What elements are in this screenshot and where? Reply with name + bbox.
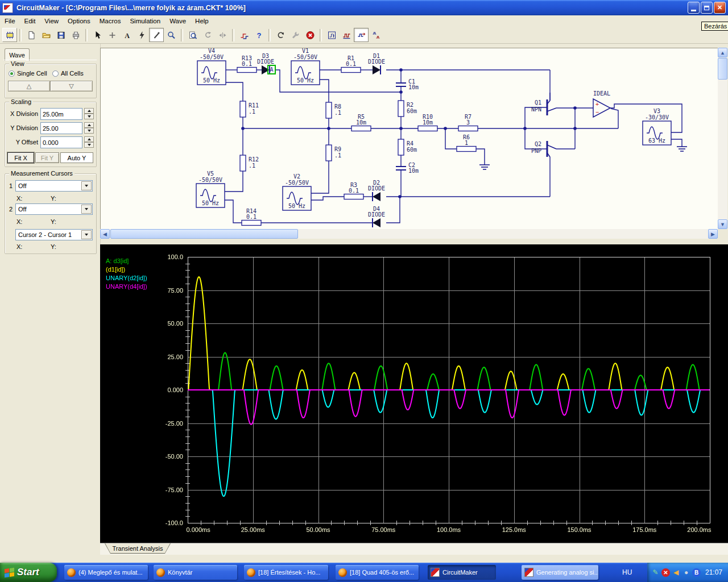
component-C2[interactable]: C210m — [396, 162, 419, 174]
x-division-spin-down[interactable] — [84, 114, 94, 119]
cursor-difference-dropdown-icon[interactable] — [81, 230, 92, 239]
stop-simulation-button[interactable] — [303, 28, 317, 42]
menu-macros[interactable]: Macros — [95, 16, 126, 26]
text-tool-button[interactable]: A — [119, 28, 134, 42]
task-button-1[interactable]: (4) Meglepő és mulat... — [64, 565, 148, 580]
component-R1[interactable]: R10.1 — [341, 55, 361, 73]
y-offset-input[interactable] — [40, 136, 82, 148]
horizontal-scroll-thumb[interactable] — [110, 229, 298, 239]
new-file-button[interactable] — [24, 28, 39, 42]
x-division-spin-up[interactable] — [84, 108, 94, 114]
component-V3[interactable]: V3-30/30V63 Hz — [643, 108, 671, 145]
minimize-button[interactable] — [688, 2, 700, 14]
component-V2[interactable]: V2-50/50V50 Hz — [283, 173, 311, 210]
cursor2-dropdown-icon[interactable] — [81, 205, 92, 214]
cursor2-select[interactable]: Off — [15, 203, 93, 215]
component-C1[interactable]: C110m — [396, 78, 419, 90]
x-division-input[interactable] — [40, 108, 82, 120]
component-R5[interactable]: R510m — [351, 114, 371, 131]
schematic-horizontal-scrollbar[interactable]: ◀ ▶ — [100, 229, 718, 239]
menu-edit[interactable]: Edit — [20, 16, 40, 26]
fit-y-button[interactable]: Fit Y — [35, 152, 59, 163]
cursor1-select[interactable]: Off — [15, 180, 93, 192]
scroll-up-icon[interactable]: ▲ — [718, 48, 727, 57]
shield-tray-icon[interactable]: ✕ — [661, 568, 670, 577]
task-button-5[interactable]: CircuitMaker — [428, 565, 496, 580]
probe-tool-button[interactable] — [149, 28, 164, 42]
legend-item[interactable]: UNARY(d4[id]) — [106, 282, 147, 291]
component-R14[interactable]: R140.1 — [242, 208, 261, 226]
menu-help[interactable]: Help — [191, 16, 213, 26]
component-R4[interactable]: R460m — [398, 139, 417, 155]
legend-item[interactable]: (d1[id]) — [106, 265, 147, 274]
x-division-spinner[interactable] — [84, 108, 94, 120]
component-D2[interactable]: D2DIODE — [368, 180, 385, 201]
scroll-right-icon[interactable]: ▶ — [708, 229, 718, 239]
component-V5[interactable]: V5-50/50V50 Hz — [196, 171, 225, 207]
fit-x-button[interactable]: Fit X — [7, 152, 34, 163]
close-button[interactable]: ✕ — [714, 2, 726, 14]
radio-all-cells-dot[interactable] — [52, 70, 59, 77]
waveform-compare-button[interactable] — [369, 28, 383, 42]
menu-file[interactable]: File — [0, 16, 20, 26]
auto-y-button[interactable]: Auto Y — [60, 152, 93, 163]
reset-simulation-button[interactable] — [273, 28, 288, 42]
scroll-left-icon[interactable]: ◀ — [100, 229, 110, 239]
y-offset-spin-up[interactable] — [84, 136, 94, 142]
volume-tray-icon[interactable]: ◀ — [672, 568, 680, 577]
y-division-spin-down[interactable] — [84, 128, 94, 134]
task-button-4[interactable]: [18] Quad 405-ös erő... — [336, 565, 419, 580]
schematic-canvas[interactable]: V4-50/50V50 HzV1-50/50V50 HzV5-50/50V50 … — [101, 48, 717, 228]
save-button[interactable] — [53, 28, 68, 42]
component-R6[interactable]: R61 — [457, 134, 476, 152]
cursor1-dropdown-icon[interactable] — [81, 181, 92, 190]
component-R3[interactable]: R30.1 — [344, 182, 363, 199]
zoom-button[interactable] — [164, 28, 179, 42]
component-R10[interactable]: R1010m — [418, 114, 437, 131]
run-analyses-button[interactable] — [354, 28, 369, 42]
sound-gray-tray-icon[interactable]: ● — [682, 568, 690, 577]
place-part-button[interactable] — [105, 28, 119, 42]
component-R7[interactable]: R73 — [458, 114, 478, 131]
component-D1[interactable]: D1DIODE — [368, 53, 385, 74]
components-button[interactable] — [2, 28, 17, 42]
pencil-tray-icon[interactable]: ✎ — [651, 568, 660, 577]
component-R8[interactable]: R8.1 — [326, 102, 341, 118]
task-button-2[interactable]: Könyvtár — [154, 565, 237, 580]
menu-simulation[interactable]: Simulation — [125, 16, 165, 26]
y-offset-spin-down[interactable] — [84, 142, 94, 148]
waveform-canvas[interactable] — [100, 244, 728, 543]
digital-display-button[interactable] — [339, 28, 354, 42]
cursor-difference-select[interactable]: Cursor 2 - Cursor 1 — [15, 229, 93, 240]
vertical-scroll-thumb[interactable] — [718, 58, 727, 80]
component-D4[interactable]: D4DIODE — [368, 206, 385, 227]
zoom-window-button[interactable] — [185, 28, 200, 42]
radio-single-cell[interactable]: Single Cell — [9, 70, 47, 77]
bluetooth-tray-icon[interactable]: B — [692, 568, 701, 577]
radio-all-cells[interactable]: All Cells — [52, 70, 84, 77]
setup-wrench-button[interactable] — [288, 28, 303, 42]
schematic-vertical-scrollbar[interactable]: ▲ ▼ — [718, 48, 727, 229]
y-division-spin-up[interactable] — [84, 122, 94, 128]
language-indicator[interactable]: HU — [622, 563, 632, 582]
open-file-button[interactable] — [39, 28, 53, 42]
print-button[interactable] — [68, 28, 83, 42]
flip-button[interactable] — [215, 28, 230, 42]
component-OP1[interactable]: +−IDEAL — [593, 90, 610, 117]
component-R11[interactable]: R11.1 — [240, 101, 259, 117]
component-Q1[interactable]: Q1NPN — [531, 93, 556, 115]
component-R12[interactable]: R12.1 — [240, 155, 259, 171]
radio-single-cell-dot[interactable] — [9, 70, 15, 77]
scope-probe-button[interactable] — [324, 28, 339, 42]
component-R9[interactable]: R9.1 — [326, 145, 341, 161]
component-R13[interactable]: R130.1 — [237, 55, 257, 73]
tab-transient-analysis[interactable]: Transient Analysis — [105, 543, 171, 554]
menu-view[interactable]: View — [40, 16, 63, 26]
component-R2[interactable]: R260m — [398, 101, 417, 117]
component-V1[interactable]: V1-50/50V50 Hz — [291, 48, 320, 85]
scroll-down-icon[interactable]: ▼ — [718, 219, 727, 229]
power-button[interactable] — [134, 28, 149, 42]
task-button-3[interactable]: [18] Értesítések - Ho... — [244, 565, 328, 580]
task-button-6[interactable]: Generating analog si... — [522, 565, 598, 580]
tab-wave[interactable]: Wave — [5, 48, 30, 61]
